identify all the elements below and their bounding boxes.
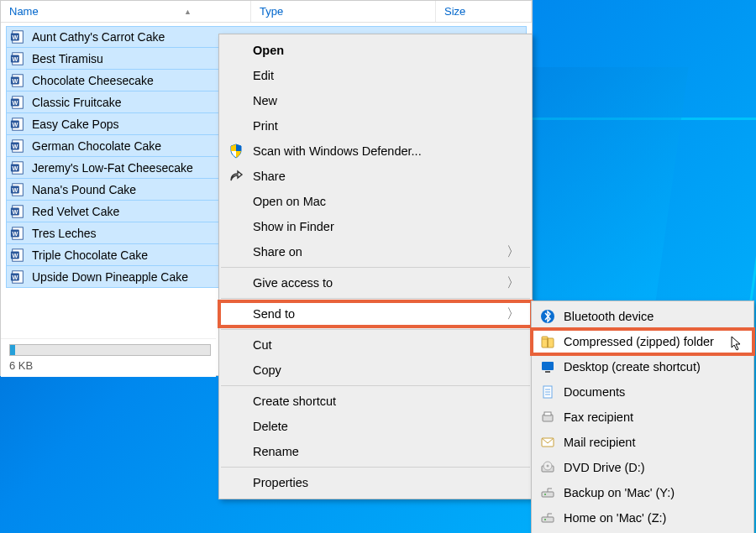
file-name-label: Tres Leches bbox=[32, 227, 97, 240]
menu-item-cut[interactable]: Cut bbox=[219, 332, 532, 358]
submenu-item-label: Fax recipient bbox=[564, 410, 633, 424]
file-name-label: Red Velvet Cake bbox=[32, 205, 119, 218]
submenu-item-dvd-drive-d[interactable]: DVD Drive (D:) bbox=[532, 455, 753, 480]
menu-item-scan-with-windows-defender[interactable]: Scan with Windows Defender... bbox=[219, 138, 532, 164]
svg-text:W: W bbox=[12, 207, 18, 215]
menu-separator bbox=[221, 298, 530, 299]
submenu-item-label: DVD Drive (D:) bbox=[564, 461, 645, 474]
menu-item-edit[interactable]: Edit bbox=[219, 63, 532, 88]
submenu-item-home-on-mac-z[interactable]: Home on 'Mac' (Z:) bbox=[532, 505, 753, 530]
menu-item-give-access-to[interactable]: Give access to〉 bbox=[219, 270, 532, 295]
menu-item-create-shortcut[interactable]: Create shortcut bbox=[219, 389, 532, 414]
menu-item-copy[interactable]: Copy bbox=[219, 358, 532, 383]
menu-item-open[interactable]: Open bbox=[219, 38, 532, 63]
word-document-icon: W bbox=[10, 95, 25, 110]
menu-separator bbox=[221, 267, 530, 268]
menu-item-label: Scan with Windows Defender... bbox=[253, 144, 422, 158]
menu-separator bbox=[221, 329, 530, 330]
menu-separator bbox=[221, 385, 530, 386]
menu-item-open-on-mac[interactable]: Open on Mac bbox=[219, 189, 532, 214]
file-name-label: Best Tiramisu bbox=[32, 52, 103, 65]
mail-icon bbox=[538, 433, 557, 452]
chevron-right-icon: 〉 bbox=[507, 274, 520, 292]
column-header-size[interactable]: Size bbox=[436, 1, 532, 22]
menu-item-share-on[interactable]: Share on〉 bbox=[219, 239, 532, 264]
file-name-label: Aunt Cathy's Carrot Cake bbox=[32, 30, 165, 44]
submenu-item-label: Bluetooth device bbox=[564, 310, 654, 323]
file-name-label: Chocolate Cheesecake bbox=[32, 74, 154, 87]
svg-text:W: W bbox=[12, 142, 18, 149]
bluetooth-icon bbox=[538, 307, 557, 326]
word-document-icon: W bbox=[10, 182, 25, 197]
submenu-item-desktop-create-shortcut[interactable]: Desktop (create shortcut) bbox=[532, 354, 753, 379]
menu-item-label: Share on bbox=[253, 245, 302, 259]
menu-item-label: Delete bbox=[253, 420, 288, 433]
dvd-icon bbox=[538, 458, 557, 477]
svg-text:W: W bbox=[12, 164, 18, 171]
submenu-item-label: Mail recipient bbox=[564, 436, 635, 449]
column-header-row: Name ▲ Type Size bbox=[1, 1, 532, 23]
column-size-label: Size bbox=[444, 5, 465, 18]
zip-icon bbox=[538, 332, 557, 351]
svg-text:W: W bbox=[12, 273, 18, 280]
svg-text:W: W bbox=[12, 55, 18, 62]
submenu-item-bluetooth-device[interactable]: Bluetooth device bbox=[532, 304, 753, 329]
svg-text:W: W bbox=[12, 98, 18, 106]
chevron-right-icon: 〉 bbox=[507, 306, 520, 323]
menu-item-send-to[interactable]: Send to〉 bbox=[219, 301, 532, 327]
submenu-item-label: Home on 'Mac' (Z:) bbox=[564, 511, 666, 525]
file-name-label: Nana's Pound Cake bbox=[32, 183, 136, 196]
word-document-icon: W bbox=[10, 226, 25, 241]
word-document-icon: W bbox=[10, 204, 25, 219]
word-document-icon: W bbox=[10, 160, 25, 175]
word-document-icon: W bbox=[10, 138, 25, 154]
menu-item-label: Copy bbox=[253, 363, 281, 377]
submenu-item-documents[interactable]: Documents bbox=[532, 379, 753, 405]
menu-item-share[interactable]: Share bbox=[219, 164, 532, 189]
menu-item-rename[interactable]: Rename bbox=[219, 439, 532, 464]
submenu-item-fax-recipient[interactable]: Fax recipient bbox=[532, 405, 753, 430]
menu-item-delete[interactable]: Delete bbox=[219, 414, 532, 439]
svg-text:W: W bbox=[12, 229, 18, 237]
word-document-icon: W bbox=[10, 29, 25, 44]
menu-item-print[interactable]: Print bbox=[219, 113, 532, 138]
submenu-item-label: Compressed (zipped) folder bbox=[564, 335, 714, 348]
file-name-label: Easy Cake Pops bbox=[32, 118, 119, 131]
svg-text:W: W bbox=[12, 186, 18, 193]
menu-item-label: Properties bbox=[253, 476, 308, 489]
svg-text:W: W bbox=[12, 34, 18, 41]
drive-size-text: 6 KB bbox=[9, 359, 207, 372]
menu-item-properties[interactable]: Properties bbox=[219, 470, 532, 495]
submenu-item-compressed-zipped-folder[interactable]: Compressed (zipped) folder bbox=[532, 329, 753, 354]
menu-item-show-in-finder[interactable]: Show in Finder bbox=[219, 214, 532, 239]
menu-item-new[interactable]: New bbox=[219, 88, 532, 113]
word-document-icon: W bbox=[10, 269, 25, 285]
file-name-label: German Chocolate Cake bbox=[32, 139, 161, 153]
word-document-icon: W bbox=[10, 117, 25, 132]
submenu-item-mail-recipient[interactable]: Mail recipient bbox=[532, 430, 753, 455]
context-menu: OpenEditNewPrintScan with Windows Defend… bbox=[218, 34, 533, 499]
menu-item-label: Open on Mac bbox=[253, 195, 326, 208]
desktop-icon bbox=[538, 358, 557, 376]
svg-rect-40 bbox=[547, 338, 549, 347]
send-to-submenu: Bluetooth deviceCompressed (zipped) fold… bbox=[531, 300, 754, 533]
sort-asc-icon: ▲ bbox=[184, 8, 192, 16]
menu-item-label: Edit bbox=[253, 69, 274, 82]
column-header-type[interactable]: Type bbox=[251, 1, 436, 22]
file-name-label: Upside Down Pineapple Cake bbox=[32, 270, 188, 284]
svg-rect-39 bbox=[542, 337, 548, 339]
svg-text:W: W bbox=[12, 120, 18, 128]
word-document-icon: W bbox=[10, 51, 25, 66]
drive-progress-bar bbox=[9, 344, 211, 356]
shield-icon bbox=[228, 143, 244, 159]
word-document-icon: W bbox=[10, 248, 25, 263]
menu-item-label: Create shortcut bbox=[253, 395, 336, 408]
file-name-label: Classic Fruitcake bbox=[32, 96, 122, 109]
svg-point-52 bbox=[547, 465, 549, 468]
svg-rect-41 bbox=[542, 362, 554, 370]
svg-rect-48 bbox=[544, 412, 551, 415]
column-header-name[interactable]: Name ▲ bbox=[1, 1, 251, 22]
submenu-item-backup-on-mac-y[interactable]: Backup on 'Mac' (Y:) bbox=[532, 480, 753, 505]
menu-item-label: Give access to bbox=[253, 276, 333, 290]
drive-status-bar: 6 KB bbox=[1, 338, 216, 377]
